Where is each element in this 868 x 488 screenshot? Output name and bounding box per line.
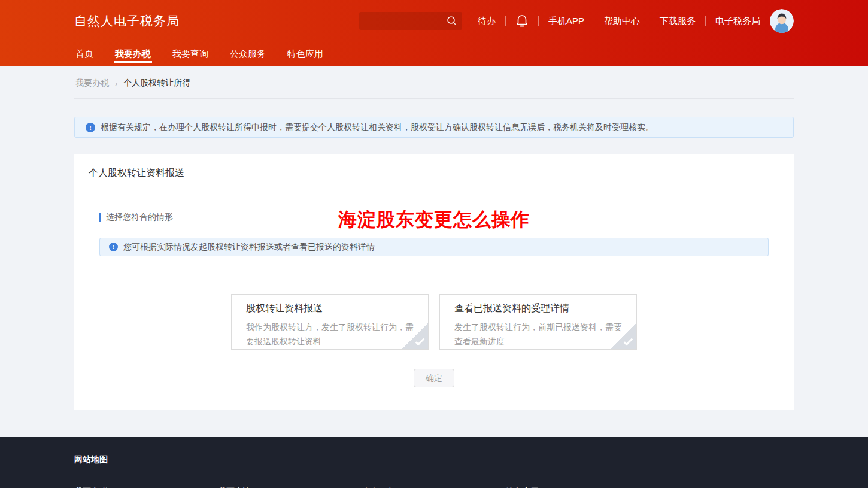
nav-inquiry[interactable]: 我要查询 — [171, 42, 210, 66]
corner-select-indicator — [402, 323, 429, 350]
section-label: 选择您符合的情形 — [99, 212, 173, 223]
breadcrumb: 我要办税 › 个人股权转让所得 — [74, 66, 794, 99]
breadcrumb-current: 个人股权转让所得 — [123, 78, 190, 89]
option-title: 股权转让资料报送 — [246, 302, 414, 315]
checkmark-icon — [624, 337, 633, 346]
option-card-view-progress[interactable]: 查看已报送资料的受理详情 发生了股权转让行为，前期已报送资料，需要查看最新进度 — [439, 294, 637, 350]
divider — [705, 16, 706, 26]
divider — [650, 16, 650, 26]
nav-home[interactable]: 首页 — [74, 42, 95, 66]
app-header: 自然人电子税务局 待办 手机APP — [0, 0, 868, 66]
nav-tax-handling[interactable]: 我要办税 — [114, 42, 152, 66]
section-marker — [99, 213, 101, 222]
top-bar: 自然人电子税务局 待办 手机APP — [0, 0, 868, 42]
download-service-link[interactable]: 下载服务 — [660, 16, 696, 27]
option-title: 查看已报送资料的受理详情 — [454, 302, 622, 315]
info-icon: ! — [109, 243, 118, 251]
top-notice-text: 根据有关规定，在办理个人股权转让所得申报时，需要提交个人股权转让相关资料，股权受… — [101, 122, 654, 133]
red-annotation-text: 海淀股东变更怎么操作 — [338, 207, 530, 232]
option-description: 发生了股权转让行为，前期已报送资料，需要查看最新进度 — [454, 320, 622, 348]
mobile-app-link[interactable]: 手机APP — [548, 16, 584, 27]
help-center-link[interactable]: 帮助中心 — [604, 16, 640, 27]
panel-header: 个人股权转让资料报送 — [74, 154, 794, 192]
hint-banner: ! 您可根据实际情况发起股权转让资料报送或者查看已报送的资料详情 — [99, 238, 769, 256]
confirm-button[interactable]: 确定 — [414, 369, 454, 387]
info-icon: ! — [86, 123, 95, 132]
hint-text: 您可根据实际情况发起股权转让资料报送或者查看已报送的资料详情 — [123, 242, 375, 253]
panel-title: 个人股权转让资料报送 — [89, 167, 779, 180]
top-notice-banner: ! 根据有关规定，在办理个人股权转让所得申报时，需要提交个人股权转让相关资料，股… — [74, 117, 794, 138]
chevron-right-icon: › — [115, 79, 117, 88]
main-nav: 首页 我要办税 我要查询 公众服务 特色应用 — [0, 42, 868, 66]
search-box[interactable] — [359, 12, 462, 30]
search-icon[interactable] — [447, 16, 457, 26]
option-description: 我作为股权转让方，发生了股权转让行为，需要报送股权转让资料 — [246, 320, 414, 348]
breadcrumb-parent[interactable]: 我要办税 — [75, 78, 109, 89]
etax-bureau-link[interactable]: 电子税务局 — [715, 16, 760, 27]
divider — [594, 16, 594, 26]
divider — [538, 16, 539, 26]
checkmark-icon — [415, 337, 425, 346]
nav-public-service[interactable]: 公众服务 — [229, 42, 267, 66]
quick-links: 待办 手机APP 帮助中心 下载服务 电子税务局 — [478, 9, 794, 33]
section-label-text: 选择您符合的情形 — [106, 212, 173, 223]
divider — [505, 16, 506, 26]
site-footer: 网站地图 我要办税 专项附加扣除填报 我要查询 申报信息查询 公众服务 票证查验… — [0, 437, 868, 488]
sitemap-title: 网站地图 — [74, 454, 794, 465]
todo-link[interactable]: 待办 — [478, 16, 496, 27]
notification-bell-icon[interactable] — [515, 14, 529, 28]
option-card-submit-materials[interactable]: 股权转让资料报送 我作为股权转让方，发生了股权转让行为，需要报送股权转让资料 — [231, 294, 429, 350]
brand-title: 自然人电子税务局 — [74, 13, 180, 29]
option-cards: 股权转让资料报送 我作为股权转让方，发生了股权转让行为，需要报送股权转让资料 查… — [99, 294, 769, 350]
nav-featured-apps[interactable]: 特色应用 — [286, 42, 324, 66]
user-avatar[interactable] — [770, 9, 794, 33]
corner-select-indicator — [610, 323, 637, 350]
main-panel: 个人股权转让资料报送 选择您符合的情形 海淀股东变更怎么操作 ! 您可根据实际情… — [74, 154, 794, 410]
